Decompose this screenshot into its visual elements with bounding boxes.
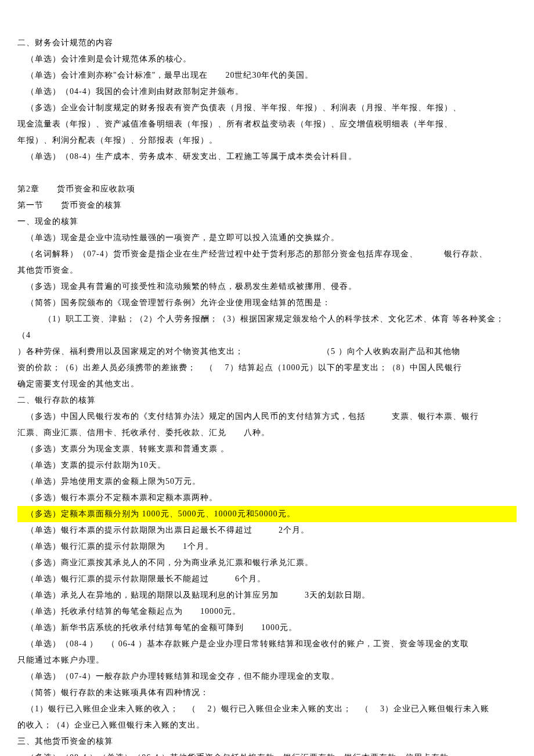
text-line: （多选）支票分为现金支票、转账支票和普通支票 。 bbox=[17, 441, 517, 457]
text-line: 第一节 货币资金的核算 bbox=[17, 197, 517, 214]
text-line: （单选）支票的提示付款期为10天。 bbox=[17, 457, 517, 473]
text-line: （简答）银行存款的未达账项具体有四种情况： bbox=[17, 685, 517, 701]
text-line: （单选）异地使用支票的金额上限为50万元。 bbox=[17, 473, 517, 490]
text-line: 资的价款；（6）出差人员必须携带的差旅费； （ 7）结算起点（1000元）以下的… bbox=[17, 360, 517, 376]
text-line: （单选）现金是企业中流动性最强的一项资产，是立即可以投入流通的交换媒介。 bbox=[17, 230, 517, 246]
text-line: ）各种劳保、福利费用以及国家规定的对个物资其他支出； （5 ）向个人收购农副产品… bbox=[17, 343, 517, 360]
text-line: （多选）中国人民银行发布的《支付结算办法》规定的国内人民币的支付结算方式，包括 … bbox=[17, 408, 517, 425]
text-line: （单选）托收承付结算的每笔金额起点为 10000元。 bbox=[17, 603, 517, 620]
text-line: （单选）新华书店系统的托收承付结算每笔的金额可降到 1000元。 bbox=[17, 620, 517, 636]
text-line: （单选）（07-4）一般存款户办理转账结算和现金交存，但不能办理现金的支取。 bbox=[17, 668, 517, 685]
text-line: （单选）（04-4）我国的会计准则由财政部制定并颁布。 bbox=[17, 84, 517, 100]
text-line bbox=[17, 165, 517, 181]
text-line: 年报）、利润分配表（年报）、分部报表（年报）。 bbox=[17, 132, 517, 149]
text-line: 二、财务会计规范的内容 bbox=[17, 35, 517, 51]
text-line: （多选）（08-4 ）（单选）（06-4 ）其他货币资金包括外埠存款、银行汇票存… bbox=[17, 750, 517, 756]
text-line: 只能通过本账户办理。 bbox=[17, 652, 517, 668]
text-line: （名词解释）（07-4）货币资金是指企业在生产经营过程中处于货利形态的那部分资金… bbox=[17, 246, 517, 262]
text-line: （多选）现金具有普遍的可接受性和流动频繁的特点，极易发生差错或被挪用、侵吞。 bbox=[17, 278, 517, 295]
text-line: （单选）承兑人在异地的，贴现的期限以及贴现利息的计算应另加 3天的划款日期。 bbox=[17, 587, 517, 603]
text-line: （多选）定额本票面额分别为 1000元、5000元、10000元和50000元。 bbox=[17, 506, 517, 522]
text-line: （单选）银行汇票的提示付款期限为 1个月。 bbox=[17, 538, 517, 555]
text-line: 二、银行存款的核算 bbox=[17, 392, 517, 408]
text-line: 三、其他货币资金的核算 bbox=[17, 733, 517, 750]
text-line: （单选）（08-4 ） （ 06-4 ）基本存款账户是企业办理日常转账结算和现金… bbox=[17, 636, 517, 652]
text-line: （单选）银行汇票的提示付款期限最长不能超过 6个月。 bbox=[17, 571, 517, 587]
text-line: 其他货币资金。 bbox=[17, 262, 517, 278]
document-body: 二、财务会计规范的内容 （单选）会计准则是会计规范体系的核心。 （单选）会计准则… bbox=[17, 35, 517, 756]
text-line: （单选）会计准则亦称"会计标准"，最早出现在 20世纪30年代的美国。 bbox=[17, 67, 517, 84]
text-line: 一、现金的核算 bbox=[17, 214, 517, 230]
text-line: （多选）企业会计制度规定的财务报表有资产负债表（月报、半年报、年报）、利润表（月… bbox=[17, 100, 517, 116]
text-line: （1）职工工资、津贴；（2）个人劳务报酬；（3）根据国家规定颁发给个人的科学技术… bbox=[17, 311, 517, 343]
text-line: 的收入；（4）企业已入账但银行未入账的支出。 bbox=[17, 717, 517, 733]
text-line: 现金流量表（年报）、资产减值准备明细表（年报）、所有者权益变动表（年报）、应交增… bbox=[17, 116, 517, 132]
text-line: 汇票、商业汇票、信用卡、托收承付、委托收款、汇兑 八种。 bbox=[17, 425, 517, 441]
text-line: （1）银行已入账但企业未入账的收入； （ 2）银行已入账但企业未入账的支出； （… bbox=[17, 701, 517, 717]
text-line: （简答）国务院颁布的《现金管理暂行条例》允许企业使用现金结算的范围是： bbox=[17, 295, 517, 311]
text-line: （单选）（08-4）生产成本、劳务成本、研发支出、工程施工等属于成本类会计科目。 bbox=[17, 149, 517, 165]
text-line: （单选）会计准则是会计规范体系的核心。 bbox=[17, 51, 517, 67]
text-line: 第2章 货币资金和应收款项 bbox=[17, 181, 517, 197]
text-line: （单选）银行本票的提示付款期限为出票日起最长不得超过 2个月。 bbox=[17, 522, 517, 538]
text-line: （多选）商业汇票按其承兑人的不同，分为商业承兑汇票和银行承兑汇票。 bbox=[17, 555, 517, 571]
text-line: （多选）银行本票分不定额本票和定额本票两种。 bbox=[17, 490, 517, 506]
text-line: 确定需要支付现金的其他支出。 bbox=[17, 376, 517, 392]
